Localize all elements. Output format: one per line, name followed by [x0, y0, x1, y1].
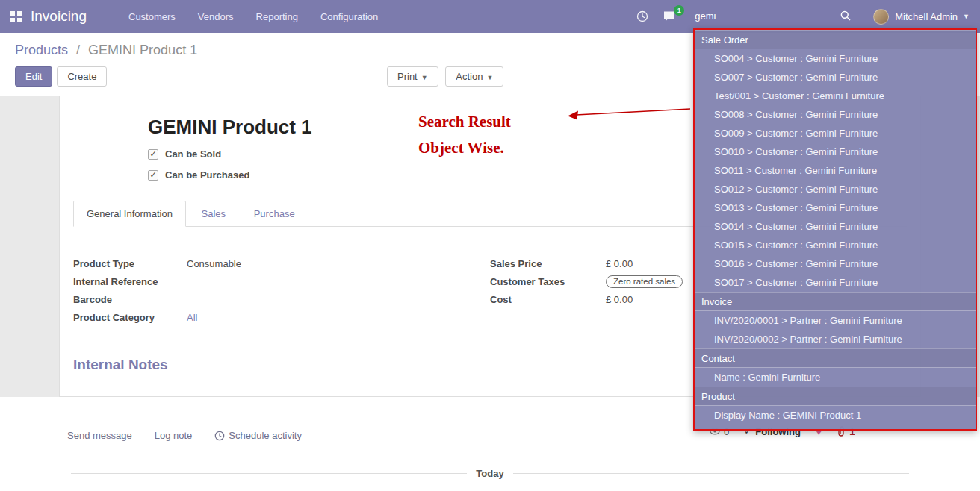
sales-price-label: Sales Price	[490, 258, 606, 269]
action-buttons: Print▼ Action▼	[387, 66, 508, 87]
tab-sales[interactable]: Sales	[189, 201, 239, 226]
navbar-search	[692, 8, 852, 25]
today-label: Today	[467, 468, 512, 479]
action-label: Action	[456, 71, 483, 82]
divider-line	[513, 473, 909, 474]
search-result-item[interactable]: SO015 > Customer : Gemini Furniture	[695, 236, 976, 254]
divider-line	[71, 473, 467, 474]
search-result-item[interactable]: INV/2020/0001 > Partner : Gemini Furnitu…	[695, 311, 976, 330]
cost-value: £ 0.00	[606, 294, 633, 305]
create-button[interactable]: Create	[57, 66, 107, 87]
annotation-line-1: Search Result	[418, 109, 511, 135]
search-result-item[interactable]: Test/001 > Customer : Gemini Furniture	[695, 87, 976, 105]
internal-reference-label: Internal Reference	[73, 276, 187, 287]
field-row-product-category: Product Category All	[73, 310, 490, 324]
navbar-right: 1 Mitchell Admin ▼	[636, 8, 970, 25]
messages-icon[interactable]: 1	[663, 10, 677, 22]
search-result-section: Contact Name : Gemini Furniture	[695, 348, 976, 387]
search-section-header: Product	[695, 387, 976, 406]
print-dropdown-button[interactable]: Print▼	[387, 66, 438, 87]
search-result-item[interactable]: SO013 > Customer : Gemini Furniture	[695, 198, 976, 217]
nav-menu-customers[interactable]: Customers	[128, 11, 176, 22]
search-section-header: Invoice	[695, 292, 976, 311]
user-menu[interactable]: Mitchell Admin ▼	[873, 9, 970, 25]
apps-menu-icon[interactable]	[10, 11, 22, 22]
cost-label: Cost	[490, 294, 606, 305]
search-result-item[interactable]: SO012 > Customer : Gemini Furniture	[695, 180, 976, 198]
search-result-section: Product Display Name : GEMINI Product 1	[695, 387, 976, 425]
search-result-section: Sale Order SO004 > Customer : Gemini Fur…	[695, 30, 976, 292]
caret-down-icon: ▼	[486, 74, 493, 81]
annotation-line-2: Object Wise.	[418, 135, 511, 161]
search-result-item[interactable]: SO009 > Customer : Gemini Furniture	[695, 124, 976, 143]
breadcrumb-products-link[interactable]: Products	[15, 43, 68, 57]
caret-down-icon: ▼	[963, 13, 970, 20]
search-result-item[interactable]: SO004 > Customer : Gemini Furniture	[695, 49, 976, 68]
print-label: Print	[397, 71, 418, 82]
nav-menu-configuration[interactable]: Configuration	[320, 11, 378, 22]
breadcrumb-separator: /	[76, 43, 80, 57]
field-group-left: Product Type Consumable Internal Referen…	[73, 257, 490, 328]
search-result-item[interactable]: SO016 > Customer : Gemini Furniture	[695, 254, 976, 273]
search-section-items: SO004 > Customer : Gemini Furniture SO00…	[695, 49, 976, 292]
annotation-text: Search Result Object Wise.	[418, 109, 511, 161]
nav-menu-vendors[interactable]: Vendors	[198, 11, 234, 22]
field-row-internal-reference: Internal Reference	[73, 275, 490, 288]
sales-price-value: £ 0.00	[606, 258, 633, 269]
search-section-items: Name : Gemini Furniture	[695, 368, 976, 387]
action-dropdown-button[interactable]: Action▼	[445, 66, 503, 87]
schedule-activity-label: Schedule activity	[229, 430, 302, 441]
search-result-item[interactable]: Name : Gemini Furniture	[695, 368, 976, 387]
search-result-section: Invoice INV/2020/0001 > Partner : Gemini…	[695, 292, 976, 348]
caret-down-icon: ▼	[421, 74, 428, 81]
product-type-value: Consumable	[187, 258, 241, 269]
app-name[interactable]: Invoicing	[31, 8, 87, 25]
search-result-item[interactable]: SO011 > Customer : Gemini Furniture	[695, 161, 976, 180]
schedule-activity-link[interactable]: Schedule activity	[214, 430, 302, 441]
activities-clock-icon[interactable]	[636, 10, 648, 22]
tab-purchase[interactable]: Purchase	[241, 201, 308, 226]
search-result-item[interactable]: Display Name : GEMINI Product 1	[695, 406, 976, 425]
customer-taxes-badge[interactable]: Zero rated sales	[606, 275, 683, 288]
barcode-label: Barcode	[73, 294, 187, 305]
messages-badge: 1	[674, 5, 684, 16]
field-row-product-type: Product Type Consumable	[73, 257, 490, 270]
search-result-item[interactable]: SO008 > Customer : Gemini Furniture	[695, 105, 976, 124]
log-note-link[interactable]: Log note	[155, 430, 193, 441]
send-message-link[interactable]: Send message	[67, 430, 132, 441]
search-result-item[interactable]: SO014 > Customer : Gemini Furniture	[695, 217, 976, 236]
search-input[interactable]	[692, 8, 852, 25]
tab-general-information[interactable]: General Information	[73, 201, 186, 227]
can-be-purchased-label: Can be Purchased	[165, 169, 249, 181]
search-results-dropdown: Sale Order SO004 > Customer : Gemini Fur…	[693, 28, 977, 431]
search-result-item[interactable]: INV/2020/0002 > Partner : Gemini Furnitu…	[695, 330, 976, 348]
annotation-arrow	[566, 105, 693, 122]
search-icon[interactable]	[840, 10, 851, 23]
field-row-barcode: Barcode	[73, 293, 490, 306]
product-category-value-link[interactable]: All	[187, 312, 197, 323]
product-category-label: Product Category	[73, 312, 187, 323]
search-section-items: INV/2020/0001 > Partner : Gemini Furnitu…	[695, 311, 976, 348]
search-result-item[interactable]: SO007 > Customer : Gemini Furniture	[695, 68, 976, 87]
clock-icon	[214, 431, 225, 441]
edit-button[interactable]: Edit	[15, 66, 52, 87]
search-result-item[interactable]: SO010 > Customer : Gemini Furniture	[695, 143, 976, 161]
avatar	[873, 9, 889, 25]
can-be-purchased-checkbox[interactable]: ✓	[148, 170, 158, 181]
breadcrumb-current: GEMINI Product 1	[88, 43, 197, 57]
search-section-header: Contact	[695, 348, 976, 368]
product-type-label: Product Type	[73, 258, 187, 269]
search-result-item[interactable]: SO017 > Customer : Gemini Furniture	[695, 273, 976, 292]
search-section-items: Display Name : GEMINI Product 1	[695, 406, 976, 425]
search-section-header: Sale Order	[695, 30, 976, 49]
can-be-sold-label: Can be Sold	[165, 148, 221, 160]
user-name: Mitchell Admin	[895, 11, 958, 22]
can-be-sold-checkbox[interactable]: ✓	[148, 149, 158, 160]
nav-menu-reporting[interactable]: Reporting	[256, 11, 298, 22]
today-divider: Today	[71, 468, 909, 479]
customer-taxes-label: Customer Taxes	[490, 276, 606, 287]
